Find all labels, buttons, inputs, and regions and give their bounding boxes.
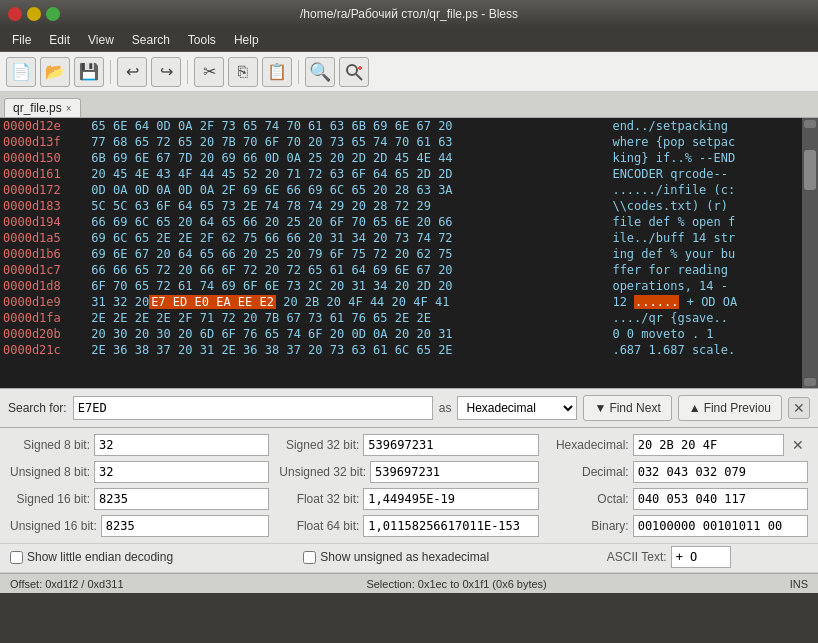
scrollbar-thumb[interactable] [804, 150, 816, 190]
file-tab[interactable]: qr_file.ps × [4, 98, 81, 117]
signed16-input[interactable] [94, 488, 269, 510]
tab-close-icon[interactable]: × [66, 103, 72, 114]
table-row: 0000d1e931 32 20E7 ED E0 EA EE E2 20 2B … [0, 294, 802, 310]
menu-view[interactable]: View [80, 31, 122, 49]
search-type-select[interactable]: Hexadecimal Text string Decimal Octal Bi… [457, 396, 577, 420]
hex-bytes-cell[interactable]: 69 6E 67 20 64 65 66 20 25 20 79 6F 75 7… [88, 246, 609, 262]
find-next-arrow-icon: ▼ [594, 401, 606, 415]
hex-area[interactable]: 0000d12e65 6E 64 0D 0A 2F 73 65 74 70 61… [0, 118, 802, 388]
hex-bytes-cell[interactable]: 5C 5C 63 6F 64 65 73 2E 74 78 74 29 20 2… [88, 198, 609, 214]
hex-close-button[interactable]: ✕ [788, 435, 808, 455]
ascii-cell[interactable]: king} if..% --END [609, 150, 802, 166]
find-next-button[interactable]: ▼ Find Next [583, 395, 671, 421]
ascii-input[interactable] [671, 546, 731, 568]
hex-bytes-cell[interactable]: 20 30 20 30 20 6D 6F 76 65 74 6F 20 0D 0… [88, 326, 609, 342]
open-button[interactable]: 📂 [40, 57, 70, 87]
new-button[interactable]: 📄 [6, 57, 36, 87]
find-prev-button[interactable]: ▲ Find Previou [678, 395, 782, 421]
hex-addr-cell: 0000d194 [0, 214, 88, 230]
ascii-cell[interactable]: .687 1.687 scale. [609, 342, 802, 358]
toolbar-separator-2 [187, 60, 188, 84]
menu-edit[interactable]: Edit [41, 31, 78, 49]
hex-bytes-cell[interactable]: 69 6C 65 2E 2E 2F 62 75 66 66 20 31 34 2… [88, 230, 609, 246]
paste-button[interactable]: 📋 [262, 57, 292, 87]
hex-bytes-cell[interactable]: 20 45 4E 43 4F 44 45 52 20 71 72 63 6F 6… [88, 166, 609, 182]
menu-tools[interactable]: Tools [180, 31, 224, 49]
hex-bytes-cell[interactable]: 66 69 6C 65 20 64 65 66 20 25 20 6F 70 6… [88, 214, 609, 230]
ascii-cell[interactable]: file def % open f [609, 214, 802, 230]
titlebar: /home/ra/Рабочий стол/qr_file.ps - Bless [0, 0, 818, 28]
hex-bytes-cell[interactable]: 2E 36 38 37 20 31 2E 36 38 37 20 73 63 6… [88, 342, 609, 358]
float32-input[interactable] [363, 488, 538, 510]
octal-input[interactable] [633, 488, 808, 510]
table-row: 0000d1835C 5C 63 6F 64 65 73 2E 74 78 74… [0, 198, 802, 214]
table-row: 0000d16120 45 4E 43 4F 44 45 52 20 71 72… [0, 166, 802, 182]
ascii-cell[interactable]: ing def % your bu [609, 246, 802, 262]
unsigned32-label: Unsigned 32 bit: [279, 465, 366, 479]
cut-button[interactable]: ✂ [194, 57, 224, 87]
ascii-cell[interactable]: ..../qr {gsave.. [609, 310, 802, 326]
hex-val-row: Hexadecimal: ✕ [549, 434, 808, 456]
unsigned8-input[interactable] [94, 461, 269, 483]
hex-bytes-cell[interactable]: 6B 69 6E 67 7D 20 69 66 0D 0A 25 20 2D 2… [88, 150, 609, 166]
ascii-cell[interactable]: end../setpacking [609, 118, 802, 134]
hex-bytes-cell[interactable]: 65 6E 64 0D 0A 2F 73 65 74 70 61 63 6B 6… [88, 118, 609, 134]
unsigned-hex-checkbox[interactable] [303, 551, 316, 564]
decimal-input[interactable] [633, 461, 808, 483]
hex-addr-cell: 0000d1b6 [0, 246, 88, 262]
unsigned8-row: Unsigned 8 bit: [10, 461, 269, 483]
hex-bytes-cell[interactable]: 31 32 20E7 ED E0 EA EE E2 20 2B 20 4F 44… [88, 294, 609, 310]
undo-button[interactable]: ↩ [117, 57, 147, 87]
signed16-row: Signed 16 bit: [10, 488, 269, 510]
float64-input[interactable] [363, 515, 538, 537]
unsigned16-input[interactable] [101, 515, 270, 537]
ascii-cell[interactable]: ....../infile (c: [609, 182, 802, 198]
close-button[interactable] [8, 7, 22, 21]
hex-bytes-cell[interactable]: 77 68 65 72 65 20 7B 70 6F 70 20 73 65 7… [88, 134, 609, 150]
hex-bytes-cell[interactable]: 0D 0A 0D 0A 0D 0A 2F 69 6E 66 69 6C 65 2… [88, 182, 609, 198]
ascii-cell[interactable]: 0 0 moveto . 1 [609, 326, 802, 342]
offset-status: Offset: 0xd1f2 / 0xd311 [10, 578, 124, 590]
ascii-cell[interactable]: where {pop setpac [609, 134, 802, 150]
hex-bytes-cell[interactable]: 6F 70 65 72 61 74 69 6F 6E 73 2C 20 31 3… [88, 278, 609, 294]
ascii-cell[interactable]: ENCODER qrcode-- [609, 166, 802, 182]
ascii-cell[interactable]: operations, 14 - [609, 278, 802, 294]
signed32-row: Signed 32 bit: [279, 434, 538, 456]
menu-file[interactable]: File [4, 31, 39, 49]
hex-addr-cell: 0000d1c7 [0, 262, 88, 278]
signed32-input[interactable] [363, 434, 538, 456]
save-button[interactable]: 💾 [74, 57, 104, 87]
hex-addr-cell: 0000d150 [0, 150, 88, 166]
menu-search[interactable]: Search [124, 31, 178, 49]
table-row: 0000d13f77 68 65 72 65 20 7B 70 6F 70 20… [0, 134, 802, 150]
binary-input[interactable] [633, 515, 808, 537]
redo-button[interactable]: ↪ [151, 57, 181, 87]
table-row: 0000d1506B 69 6E 67 7D 20 69 66 0D 0A 25… [0, 150, 802, 166]
titlebar-text: /home/ra/Рабочий стол/qr_file.ps - Bless [300, 7, 518, 21]
hex-bytes-cell[interactable]: 66 66 65 72 20 66 6F 72 20 72 65 61 64 6… [88, 262, 609, 278]
find-button[interactable]: 🔍 [305, 57, 335, 87]
hex-val-input[interactable] [633, 434, 784, 456]
hex-addr-cell: 0000d161 [0, 166, 88, 182]
maximize-button[interactable] [46, 7, 60, 21]
find-replace-button[interactable] [339, 57, 369, 87]
decimal-label: Decimal: [549, 465, 629, 479]
search-label: Search for: [8, 401, 67, 415]
ascii-cell[interactable]: ile../buff 14 str [609, 230, 802, 246]
minimize-button[interactable] [27, 7, 41, 21]
search-input[interactable] [73, 396, 433, 420]
copy-button[interactable]: ⎘ [228, 57, 258, 87]
float32-label: Float 32 bit: [279, 492, 359, 506]
little-endian-checkbox[interactable] [10, 551, 23, 564]
hex-bytes-cell[interactable]: 2E 2E 2E 2E 2F 71 72 20 7B 67 73 61 76 6… [88, 310, 609, 326]
little-endian-label: Show little endian decoding [27, 550, 173, 564]
signed8-input[interactable] [94, 434, 269, 456]
search-close-button[interactable]: ✕ [788, 397, 810, 419]
ascii-cell[interactable]: \\codes.txt) (r) [609, 198, 802, 214]
unsigned32-input[interactable] [370, 461, 539, 483]
ascii-cell[interactable]: ffer for reading [609, 262, 802, 278]
menu-help[interactable]: Help [226, 31, 267, 49]
unsigned8-label: Unsigned 8 bit: [10, 465, 90, 479]
scrollbar[interactable] [802, 118, 818, 388]
ascii-cell[interactable]: 12 ...... + OD OA [609, 294, 802, 310]
